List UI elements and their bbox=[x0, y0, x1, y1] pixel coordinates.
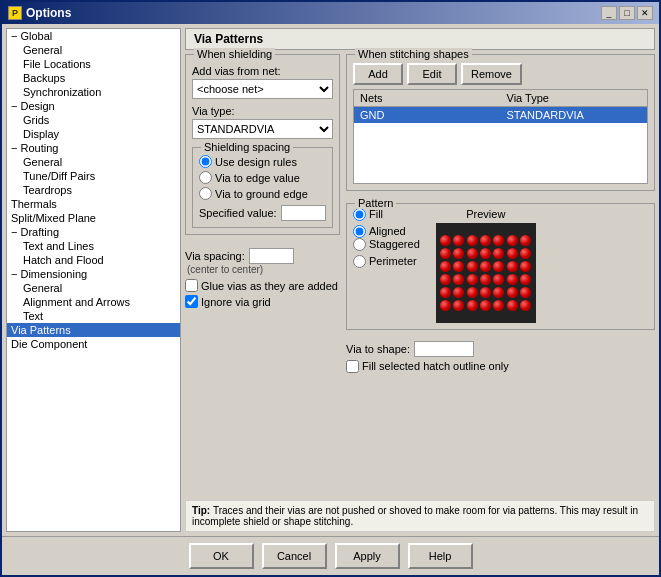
sidebar-item-align-arrows[interactable]: Alignment and Arrows bbox=[7, 295, 180, 309]
dot bbox=[507, 274, 518, 285]
via-spacing-label2: (center to center) bbox=[187, 264, 340, 275]
preview-section: Preview bbox=[436, 208, 536, 323]
dot bbox=[480, 274, 491, 285]
radio-staggered-label: Staggered bbox=[369, 238, 420, 250]
sidebar: − Global General File Locations Backups … bbox=[6, 28, 181, 532]
ignore-grid-checkbox[interactable] bbox=[185, 295, 198, 308]
sidebar-item-dim-general[interactable]: General bbox=[7, 281, 180, 295]
via-table: Nets Via Type GND STANDARDVIA bbox=[353, 89, 648, 184]
sidebar-item-teardrops[interactable]: Teardrops bbox=[7, 183, 180, 197]
pattern-row: Fill Aligned Staggered bbox=[353, 208, 648, 323]
main-panel: Via Patterns When shielding Add vias fro… bbox=[183, 24, 659, 536]
sidebar-item-hatch-flood[interactable]: Hatch and Flood bbox=[7, 253, 180, 267]
via-to-shape-input[interactable]: 0.2032 bbox=[414, 341, 474, 357]
dot bbox=[467, 300, 478, 311]
add-button[interactable]: Add bbox=[353, 63, 403, 85]
sidebar-item-display[interactable]: Display bbox=[7, 127, 180, 141]
app-icon: P bbox=[8, 6, 22, 20]
spacing-group-label: Shielding spacing bbox=[201, 141, 293, 153]
cancel-button[interactable]: Cancel bbox=[262, 543, 327, 569]
sidebar-item-tune-diff[interactable]: Tune/Diff Pairs bbox=[7, 169, 180, 183]
window-title: Options bbox=[26, 6, 71, 20]
radio-use-design-rules-input[interactable] bbox=[199, 155, 212, 168]
sidebar-item-general[interactable]: General bbox=[7, 43, 180, 57]
radio-staggered-input[interactable] bbox=[353, 238, 366, 251]
sidebar-item-design[interactable]: − Design bbox=[7, 99, 180, 113]
panel-body: When shielding Add vias from net: <choos… bbox=[185, 54, 655, 532]
title-buttons: _ □ ✕ bbox=[601, 6, 653, 20]
dot bbox=[507, 300, 518, 311]
radio-use-design-rules: Use design rules bbox=[199, 155, 326, 168]
preview-area bbox=[436, 223, 536, 323]
sidebar-item-backups[interactable]: Backups bbox=[7, 71, 180, 85]
dot bbox=[480, 248, 491, 259]
dot bbox=[440, 235, 451, 246]
content-area: − Global General File Locations Backups … bbox=[2, 24, 659, 536]
dot bbox=[480, 235, 491, 246]
maximize-button[interactable]: □ bbox=[619, 6, 635, 20]
specified-value-input[interactable]: 2.54 bbox=[281, 205, 326, 221]
fill-hatch-label: Fill selected hatch outline only bbox=[362, 360, 509, 372]
help-button[interactable]: Help bbox=[408, 543, 473, 569]
sidebar-item-routing-general[interactable]: General bbox=[7, 155, 180, 169]
via-spacing-section: Via spacing: 2.54 (center to center) Glu… bbox=[185, 245, 340, 308]
radio-via-to-ground: Via to ground edge bbox=[199, 187, 326, 200]
title-bar: P Options _ □ ✕ bbox=[2, 2, 659, 24]
remove-button[interactable]: Remove bbox=[461, 63, 522, 85]
pattern-options: Fill Aligned Staggered bbox=[353, 208, 420, 268]
dot bbox=[480, 300, 491, 311]
radio-aligned-input[interactable] bbox=[353, 225, 366, 238]
add-vias-label: Add vias from net: bbox=[192, 65, 333, 77]
radio-via-to-edge-label: Via to edge value bbox=[215, 172, 300, 184]
sidebar-item-routing[interactable]: − Routing bbox=[7, 141, 180, 155]
sidebar-item-dimensioning[interactable]: − Dimensioning bbox=[7, 267, 180, 281]
sidebar-item-thermals[interactable]: Thermals bbox=[7, 197, 180, 211]
radio-use-design-rules-label: Use design rules bbox=[215, 156, 297, 168]
dot bbox=[453, 287, 464, 298]
sidebar-item-drafting[interactable]: − Drafting bbox=[7, 225, 180, 239]
dot bbox=[453, 235, 464, 246]
via-to-shape-label: Via to shape: bbox=[346, 343, 410, 355]
dot bbox=[453, 300, 464, 311]
via-spacing-input[interactable]: 2.54 bbox=[249, 248, 294, 264]
via-type-select[interactable]: STANDARDVIA bbox=[192, 119, 333, 139]
ok-button[interactable]: OK bbox=[189, 543, 254, 569]
col-via-type: Via Type bbox=[501, 90, 648, 107]
sidebar-item-text[interactable]: Text bbox=[7, 309, 180, 323]
glue-vias-checkbox[interactable] bbox=[185, 279, 198, 292]
sidebar-item-global[interactable]: − Global bbox=[7, 29, 180, 43]
shielding-section: When shielding Add vias from net: <choos… bbox=[185, 54, 340, 496]
radio-perimeter: Perimeter bbox=[353, 255, 420, 268]
close-button[interactable]: ✕ bbox=[637, 6, 653, 20]
radio-via-to-edge-input[interactable] bbox=[199, 171, 212, 184]
radio-via-to-ground-input[interactable] bbox=[199, 187, 212, 200]
radio-perimeter-input[interactable] bbox=[353, 255, 366, 268]
sidebar-item-file-locations[interactable]: File Locations bbox=[7, 57, 180, 71]
sidebar-item-split-mixed[interactable]: Split/Mixed Plane bbox=[7, 211, 180, 225]
sidebar-item-synchronization[interactable]: Synchronization bbox=[7, 85, 180, 99]
sidebar-item-grids[interactable]: Grids bbox=[7, 113, 180, 127]
spacing-radio-group: Use design rules Via to edge value Via t… bbox=[199, 155, 326, 200]
sidebar-item-die-component[interactable]: Die Component bbox=[7, 337, 180, 351]
via-type-label: Via type: bbox=[192, 105, 333, 117]
col-nets: Nets bbox=[354, 90, 501, 107]
dot bbox=[440, 300, 451, 311]
sidebar-item-text-lines[interactable]: Text and Lines bbox=[7, 239, 180, 253]
dot bbox=[440, 261, 451, 272]
minimize-button[interactable]: _ bbox=[601, 6, 617, 20]
sidebar-item-via-patterns[interactable]: Via Patterns bbox=[7, 323, 180, 337]
via-spacing-label: Via spacing: bbox=[185, 250, 245, 262]
radio-fill-input[interactable] bbox=[353, 208, 366, 221]
net-select[interactable]: <choose net> bbox=[192, 79, 333, 99]
edit-button[interactable]: Edit bbox=[407, 63, 457, 85]
dot bbox=[520, 300, 531, 311]
shielding-label: When shielding bbox=[194, 48, 275, 60]
via-to-shape-row: Via to shape: 0.2032 bbox=[346, 341, 655, 357]
radio-fill-label: Fill bbox=[369, 208, 383, 220]
fill-hatch-checkbox[interactable] bbox=[346, 360, 359, 373]
apply-button[interactable]: Apply bbox=[335, 543, 400, 569]
fill-hatch-row: Fill selected hatch outline only bbox=[346, 360, 655, 373]
specified-value-row: Specified value: 2.54 bbox=[199, 205, 326, 221]
dot bbox=[493, 261, 504, 272]
table-row[interactable]: GND STANDARDVIA bbox=[354, 107, 648, 124]
